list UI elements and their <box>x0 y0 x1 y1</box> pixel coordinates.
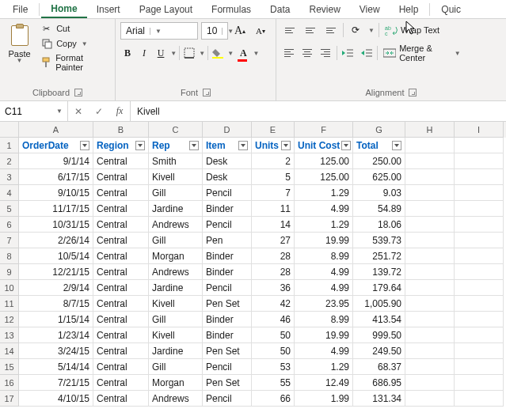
name-box[interactable]: ▼ <box>0 101 68 121</box>
col-header-D[interactable]: D <box>203 122 252 138</box>
cell[interactable]: 27 <box>252 233 295 248</box>
cell[interactable]: 46 <box>252 312 295 327</box>
cell[interactable]: 28 <box>252 264 295 280</box>
col-header-C[interactable]: C <box>149 122 203 138</box>
col-header-F[interactable]: F <box>295 122 353 138</box>
cell[interactable]: Kivell <box>149 327 203 343</box>
bold-button[interactable]: B <box>120 44 135 62</box>
cell[interactable]: Total <box>353 138 405 153</box>
chevron-down-icon[interactable]: ▼ <box>455 50 461 57</box>
menu-data[interactable]: Data <box>261 2 299 17</box>
cell[interactable] <box>405 327 455 343</box>
chevron-down-icon[interactable]: ▼ <box>199 50 205 57</box>
cell[interactable]: 2 <box>252 153 295 169</box>
chevron-down-icon[interactable]: ▼ <box>17 57 23 64</box>
chevron-down-icon[interactable]: ▼ <box>227 50 234 57</box>
menu-view[interactable]: View <box>350 2 390 17</box>
cell[interactable]: 8/7/15 <box>19 296 93 312</box>
merge-center-button[interactable]: Merge & Center▼ <box>381 43 463 63</box>
cell[interactable]: 3/24/15 <box>19 343 93 359</box>
cell[interactable] <box>405 375 455 391</box>
cell[interactable]: Item <box>203 138 252 153</box>
col-header-B[interactable]: B <box>93 122 149 138</box>
row-header[interactable]: 14 <box>0 343 19 359</box>
cell[interactable]: Pencil <box>203 280 252 296</box>
cell[interactable] <box>455 264 504 280</box>
cell[interactable] <box>405 312 455 327</box>
cell[interactable] <box>455 185 504 201</box>
cell[interactable] <box>405 391 455 407</box>
cell[interactable] <box>405 185 455 201</box>
cell[interactable]: 4.99 <box>295 280 353 296</box>
row-header[interactable]: 11 <box>0 296 19 312</box>
menu-review[interactable]: Review <box>299 2 349 17</box>
menu-file[interactable]: File <box>3 2 37 17</box>
row-header[interactable]: 8 <box>0 248 19 264</box>
cell[interactable]: 23.95 <box>295 296 353 312</box>
cell[interactable]: Gill <box>149 359 203 375</box>
formula-input[interactable]: Kivell <box>131 101 506 121</box>
cell[interactable]: 1.29 <box>295 185 353 201</box>
cell[interactable]: 179.64 <box>353 280 405 296</box>
cell[interactable] <box>455 153 504 169</box>
cell[interactable]: 4.99 <box>295 343 353 359</box>
cell[interactable]: 7 <box>252 185 295 201</box>
cell[interactable]: 131.34 <box>353 391 405 407</box>
align-top-button[interactable] <box>281 22 299 38</box>
chevron-down-icon[interactable]: ▼ <box>170 50 177 57</box>
cell[interactable]: Binder <box>203 248 252 264</box>
cell[interactable]: 19.99 <box>295 327 353 343</box>
cell[interactable]: Kivell <box>149 169 203 185</box>
row-header[interactable]: 4 <box>0 185 19 201</box>
chevron-down-icon[interactable]: ▼ <box>81 40 89 47</box>
cell[interactable]: 999.50 <box>353 327 405 343</box>
cell[interactable]: Desk <box>203 153 252 169</box>
cell[interactable]: 1.99 <box>295 391 353 407</box>
cell[interactable]: 1/23/14 <box>19 327 93 343</box>
cell[interactable]: 251.72 <box>353 248 405 264</box>
col-header-H[interactable]: H <box>405 122 455 138</box>
cell[interactable]: Gill <box>149 185 203 201</box>
cell[interactable]: 7/21/15 <box>19 375 93 391</box>
cell[interactable] <box>405 264 455 280</box>
filter-button[interactable] <box>238 141 248 150</box>
row-header[interactable]: 6 <box>0 217 19 233</box>
cell[interactable]: Binder <box>203 264 252 280</box>
cell[interactable]: 4/10/15 <box>19 391 93 407</box>
cell[interactable]: Pencil <box>203 217 252 233</box>
increase-indent-button[interactable] <box>359 45 374 61</box>
cell[interactable]: 9/1/14 <box>19 153 93 169</box>
orientation-button[interactable]: ⟳ <box>347 22 364 38</box>
cell[interactable]: Andrews <box>149 217 203 233</box>
cell[interactable]: 50 <box>252 343 295 359</box>
cell[interactable] <box>455 312 504 327</box>
cell[interactable]: 625.00 <box>353 169 405 185</box>
cell[interactable]: 54.89 <box>353 201 405 217</box>
dialog-launcher[interactable] <box>203 89 211 96</box>
wrap-text-button[interactable]: abc Wrap Text <box>382 24 442 36</box>
menu-page-layout[interactable]: Page Layout <box>130 2 202 17</box>
cell[interactable] <box>405 343 455 359</box>
cell[interactable] <box>455 391 504 407</box>
col-header-I[interactable]: I <box>455 122 504 138</box>
enter-button[interactable]: ✓ <box>89 106 109 117</box>
row-header[interactable]: 13 <box>0 327 19 343</box>
cell[interactable]: 1/15/14 <box>19 312 93 327</box>
font-name-combo[interactable]: Arial▼ <box>120 22 198 40</box>
cell[interactable] <box>405 359 455 375</box>
cell[interactable] <box>455 201 504 217</box>
cell[interactable]: Smith <box>149 153 203 169</box>
align-left-button[interactable] <box>281 45 296 61</box>
cell[interactable]: 413.54 <box>353 312 405 327</box>
filter-button[interactable] <box>135 141 145 150</box>
cell[interactable] <box>405 201 455 217</box>
paste-button[interactable]: Paste ▼ <box>5 22 34 73</box>
cell[interactable] <box>455 169 504 185</box>
fx-button[interactable]: fx <box>109 105 130 117</box>
cell[interactable]: Central <box>93 343 149 359</box>
cell[interactable]: 4.99 <box>295 264 353 280</box>
cell[interactable]: Pen <box>203 233 252 248</box>
cell[interactable]: Morgan <box>149 248 203 264</box>
cell[interactable]: 8.99 <box>295 248 353 264</box>
cell[interactable]: 2/9/14 <box>19 280 93 296</box>
